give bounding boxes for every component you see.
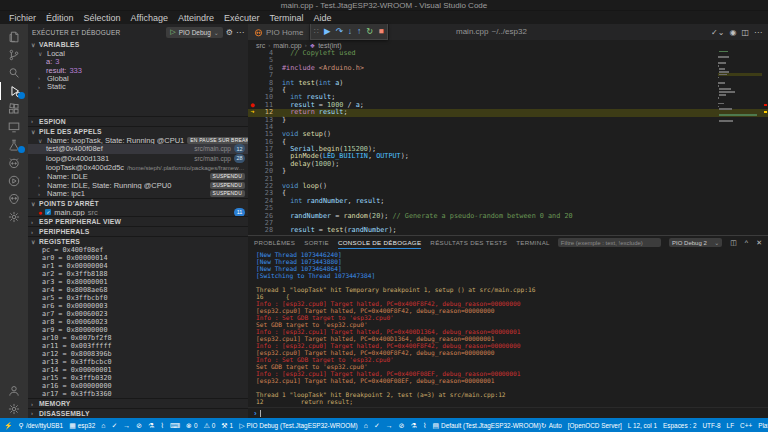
breadcrumb-item[interactable]: main.cpp — [273, 42, 301, 49]
menu-excuter[interactable]: Exécuter — [219, 13, 265, 23]
code-editor[interactable]: 4 // Copyleft used56#include <Arduino.h>… — [248, 50, 768, 235]
close-panel-icon[interactable]: ✕ — [756, 239, 762, 247]
gutter-breakpoint-zone[interactable] — [248, 117, 257, 124]
menu-dition[interactable]: Édition — [41, 13, 79, 23]
register-row[interactable]: ar4 = 0x8008ae68 — [28, 286, 248, 294]
status-pio-upload[interactable]: → — [123, 422, 130, 429]
status-pio-upload-2[interactable]: → — [386, 422, 393, 429]
register-row[interactable]: ar11 = 0x003fffff — [28, 342, 248, 350]
register-row[interactable]: ar3 = 0x80000001 — [28, 278, 248, 286]
status-cursor-position[interactable]: L 12, col 1 — [628, 422, 657, 429]
section-breakpoints[interactable]: ∨POINTS D'ARRÊT — [28, 198, 248, 208]
variables-group-static[interactable]: ›Static — [28, 83, 248, 91]
console-filter-input[interactable]: Filtre (exemple : text, !exclude) — [558, 238, 661, 247]
panel-tab-r-sultats-des-tests[interactable]: RÉSULTATS DES TESTS — [430, 236, 507, 249]
section-peripherals[interactable]: ›PERIPHERALS — [28, 226, 248, 236]
activity-run-and-debug[interactable] — [0, 82, 28, 100]
status-pio-clean-2[interactable]: ⊘ — [399, 422, 405, 429]
section-memory[interactable]: ›MEMORY — [28, 398, 248, 408]
more-actions-icon[interactable]: ⋯ — [754, 28, 762, 37]
activity-search[interactable] — [0, 64, 28, 82]
section-watch[interactable]: ›ESPION — [28, 116, 248, 126]
gutter-breakpoint-zone[interactable] — [248, 139, 257, 146]
register-row[interactable]: ar16 = 0x00000000 — [28, 382, 248, 390]
status-pio-test-2[interactable]: ⚗ — [411, 422, 417, 429]
gutter-breakpoint-zone[interactable] — [248, 220, 257, 227]
status-project-env[interactable]: ▤Default (Test.JtagESP32-WROOM) — [432, 422, 540, 429]
activity-platformio[interactable] — [0, 154, 28, 172]
split-editor-icon[interactable]: ◫ — [741, 28, 749, 37]
status-remote-indicator[interactable]: ⚡ — [4, 422, 13, 429]
start-debug-icon[interactable]: ▷ — [170, 28, 175, 36]
gutter-breakpoint-zone[interactable] — [248, 146, 257, 153]
gutter-breakpoint-zone[interactable] — [248, 227, 257, 234]
status-language-mode[interactable]: C++ — [740, 422, 752, 429]
status-auto-upload-port[interactable]: ↻Auto — [541, 422, 562, 429]
variables-group-global[interactable]: ›Global — [28, 74, 248, 82]
status-openocd-server[interactable]: [OpenOCD Server] — [568, 422, 622, 429]
register-row[interactable]: ar12 = 0x8008396b — [28, 350, 248, 358]
gutter-breakpoint-zone[interactable] — [248, 72, 257, 79]
status-pio-monitor-2[interactable]: ⌇ — [423, 422, 426, 429]
activity-remote-explorer[interactable] — [0, 118, 28, 136]
gutter-breakpoint-zone[interactable] — [248, 153, 257, 160]
register-row[interactable]: ar14 = 0x00000001 — [28, 366, 248, 374]
activity-espressif[interactable] — [0, 190, 28, 208]
status-pio-remote[interactable]: ⚒1 — [221, 422, 233, 429]
more-icon[interactable]: ⋯ — [236, 28, 244, 37]
panel-tab-terminal[interactable]: TERMINAL — [516, 236, 550, 249]
split-panel-icon[interactable]: ◫ — [730, 239, 737, 247]
call-stack-thread[interactable]: ›Name: IDLE, State: Running @CPU0SUSPEND… — [28, 181, 248, 189]
gutter-breakpoint-zone[interactable] — [248, 183, 257, 190]
gutter-breakpoint-zone[interactable] — [248, 176, 257, 183]
section-registers[interactable]: ∨REGISTERS — [28, 236, 248, 246]
activity-accounts[interactable] — [0, 382, 28, 400]
activity-tools[interactable] — [0, 208, 28, 226]
register-row[interactable]: ar6 = 0x00000003 — [28, 302, 248, 310]
activity-source-control[interactable] — [0, 46, 28, 64]
debug-step-into-button[interactable]: ↓ — [348, 27, 352, 36]
menu-affichage[interactable]: Affichage — [126, 13, 173, 23]
gutter-breakpoint-zone[interactable] — [248, 205, 257, 212]
status-pio-build[interactable]: ✓ — [111, 422, 117, 429]
status-pio-build-2[interactable]: ✓ — [374, 422, 380, 429]
breakpoint-checkbox[interactable]: ✓ — [45, 209, 51, 215]
gutter-breakpoint-zone[interactable] — [248, 124, 257, 131]
call-stack-thread[interactable]: ∨Name: loopTask, State: Running @CPU1EN … — [28, 136, 248, 144]
register-row[interactable]: ar13 = 0x3ffbcbc0 — [28, 358, 248, 366]
gutter-breakpoint-zone[interactable] — [248, 87, 257, 94]
status-problems-errors[interactable]: ⊗0 — [186, 422, 197, 429]
section-disassembly[interactable]: ›DISASSEMBLY — [28, 408, 248, 418]
status-pio-terminal[interactable]: ⌨ — [170, 422, 180, 429]
register-row[interactable]: ar2 = 0x3ffb8188 — [28, 270, 248, 278]
gutter-breakpoint-zone[interactable] — [248, 50, 257, 57]
minimap[interactable] — [718, 50, 762, 150]
section-variables[interactable]: ∨VARIABLES — [28, 40, 248, 49]
debug-stop-button[interactable]: ■ — [378, 27, 383, 36]
variable-row[interactable]: a: 3 — [28, 57, 248, 65]
register-row[interactable]: pc = 0x400f08ef — [28, 246, 248, 254]
debug-console-input[interactable]: › — [248, 407, 768, 418]
activity-testing[interactable] — [0, 136, 28, 154]
register-row[interactable]: ar8 = 0x00060023 — [28, 318, 248, 326]
stack-frame[interactable]: loopTask@0x400d2d5c/home/steph/.platform… — [28, 163, 248, 172]
gear-icon[interactable]: ⚙ — [226, 28, 233, 37]
call-stack-thread[interactable]: ›Name: ipc1SUSPENDU — [28, 189, 248, 197]
tab-main-cpp-esp32[interactable]: main.cpp ~/../esp32 — [456, 24, 527, 39]
menu-aide[interactable]: Aide — [309, 13, 337, 23]
gutter-breakpoint-zone[interactable] — [248, 80, 257, 87]
breadcrumb-item[interactable]: src — [256, 42, 265, 49]
overview-ruler[interactable] — [762, 50, 768, 235]
menu-terminal[interactable]: Terminal — [265, 13, 309, 23]
panel-tab-console-de-d-bogage[interactable]: CONSOLE DE DÉBOGAGE — [338, 236, 421, 249]
debug-session-selector[interactable]: PIO Debug 2 ⌄ — [669, 238, 722, 247]
variable-row[interactable]: result: 333 — [28, 66, 248, 74]
debug-step-over-button[interactable]: ↷ — [336, 27, 343, 36]
gutter-breakpoint-zone[interactable] — [248, 213, 257, 220]
register-row[interactable]: ar5 = 0x3ffbcbf0 — [28, 294, 248, 302]
status-debug-config[interactable]: ▷PIO Debug (Test.JtagESP32-WROOM) — [239, 422, 358, 429]
section-call-stack[interactable]: ∨PILE DES APPELS — [28, 126, 248, 136]
breakpoint-row[interactable]: ●✓main.cppsrc11 — [28, 208, 248, 216]
variables-local-group[interactable]: ∨Local — [28, 49, 248, 57]
tab-pio-home[interactable]: PIO Home — [248, 24, 310, 40]
